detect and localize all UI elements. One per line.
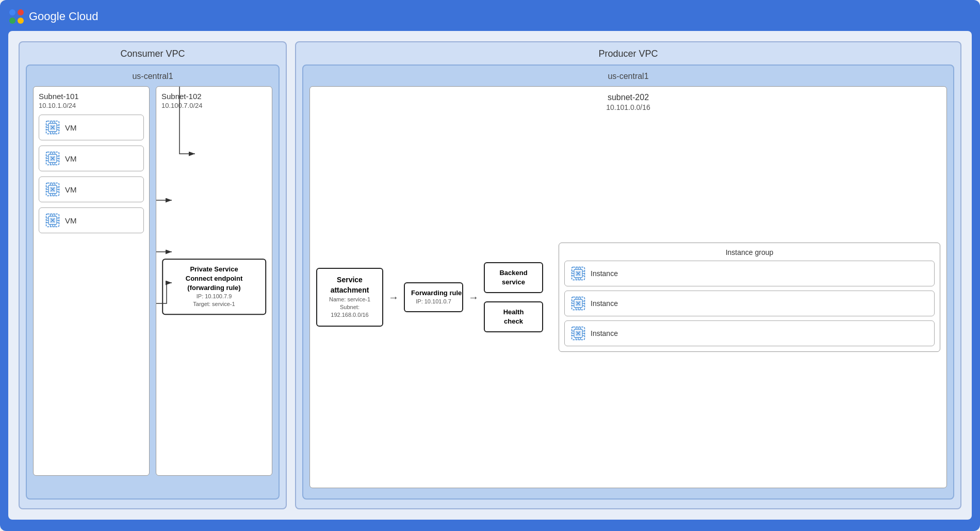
- vm-item-1: VM: [39, 115, 144, 140]
- psc-ip: IP: 10.100.7.9: [169, 293, 259, 300]
- consumer-vpc-label: Consumer VPC: [26, 49, 280, 59]
- outer-frame: Google Cloud Consumer VPC us-central1 Su…: [0, 0, 980, 531]
- arrow-sa-fr: →: [388, 292, 399, 303]
- psc-endpoint-wrapper: Private ServiceConnect endpoint(forwardi…: [162, 259, 266, 315]
- hc-title: Healthcheck: [491, 308, 536, 326]
- producer-region-label: us-central1: [309, 72, 947, 81]
- producer-subnet-box: subnet-202 10.101.0.0/16 Serviceattachme…: [309, 86, 947, 488]
- svg-point-2: [9, 18, 15, 24]
- bs-hc-col: Backendservice Healthcheck: [484, 262, 543, 333]
- svg-point-3: [18, 18, 24, 24]
- psc-endpoint-box: Private ServiceConnect endpoint(forwardi…: [162, 259, 266, 315]
- producer-region-box: us-central1 subnet-202 10.101.0.0/16 Ser…: [302, 65, 954, 500]
- fr-title: Forwarding rule: [411, 288, 456, 298]
- instance-label-2: Instance: [591, 299, 618, 308]
- consumer-region-label: us-central1: [33, 72, 272, 81]
- consumer-vpc-container: Consumer VPC us-central1 Subnet-101 10.1…: [19, 41, 287, 509]
- logo-text: Google Cloud: [29, 10, 99, 23]
- subnet-102-cidr: 10.100.7.0/24: [161, 102, 267, 109]
- producer-vpc-container: Producer VPC us-central1 subnet-202 10.1…: [295, 41, 961, 509]
- instance-group-container: Instance group: [559, 243, 940, 352]
- forwarding-rule-box: Forwarding rule IP: 10.101.0.7: [404, 282, 463, 312]
- instance-item-3: Instance: [564, 320, 935, 346]
- sa-name: Name: service-1: [323, 296, 376, 303]
- bs-title: Backendservice: [491, 268, 536, 287]
- instance-chip-icon-1: [570, 265, 586, 282]
- psc-target: Target: service-1: [169, 301, 259, 309]
- svg-point-0: [9, 9, 15, 15]
- google-cloud-logo: Google Cloud: [8, 8, 99, 25]
- consumer-diagram: Subnet-101 10.10.1.0/24: [33, 86, 272, 476]
- vm-item-4: VM: [39, 207, 144, 233]
- vm-item-2: VM: [39, 146, 144, 171]
- producer-subnet-name: subnet-202: [316, 93, 940, 102]
- vm-label-3: VM: [65, 185, 77, 194]
- instance-items-list: Instance: [564, 261, 935, 346]
- instance-item-1: Instance: [564, 261, 935, 286]
- backend-service-box: Backendservice: [484, 262, 543, 293]
- subnet-101-box: Subnet-101 10.10.1.0/24: [33, 86, 150, 476]
- fr-ip: IP: 10.101.0.7: [411, 298, 456, 305]
- subnet-101-cidr: 10.10.1.0/24: [39, 102, 144, 109]
- service-attachment-box: Serviceattachment Name: service-1 Subnet…: [316, 268, 383, 326]
- vm-chip-icon-2: [44, 150, 61, 167]
- vm-chip-icon-1: [44, 119, 61, 136]
- instance-item-2: Instance: [564, 291, 935, 316]
- vm-label-2: VM: [65, 154, 77, 163]
- subnet-101-name: Subnet-101: [39, 92, 144, 101]
- service-attachment-title: Serviceattachment: [323, 275, 376, 295]
- health-check-box: Healthcheck: [484, 301, 543, 332]
- subnet-102-name: Subnet-102: [161, 92, 267, 101]
- arrow-fr-bs: →: [468, 292, 479, 303]
- vm-label-1: VM: [65, 123, 77, 132]
- instance-group-box: Instance group: [559, 243, 940, 352]
- psc-title: Private ServiceConnect endpoint(forwardi…: [169, 265, 259, 293]
- producer-vpc-label: Producer VPC: [302, 49, 954, 59]
- sa-subnet: Subnet:192.168.0.0/16: [323, 303, 376, 319]
- vm-item-3: VM: [39, 176, 144, 202]
- consumer-region-box: us-central1 Subnet-101 10.10.1.0/24: [26, 65, 280, 500]
- instance-label-1: Instance: [591, 269, 618, 278]
- svg-point-1: [18, 9, 24, 15]
- producer-flow-diagram: Serviceattachment Name: service-1 Subnet…: [316, 120, 940, 475]
- instance-label-3: Instance: [591, 329, 618, 337]
- instance-chip-icon-3: [570, 325, 586, 342]
- vm-list: VM: [39, 115, 144, 233]
- vm-label-4: VM: [65, 216, 77, 225]
- instance-chip-icon-2: [570, 295, 586, 312]
- producer-subnet-cidr: 10.101.0.0/16: [316, 103, 940, 111]
- subnet-102-box: Subnet-102 10.100.7.0/24 Private Service…: [156, 86, 272, 476]
- main-content: Consumer VPC us-central1 Subnet-101 10.1…: [8, 31, 972, 520]
- instance-group-label: Instance group: [564, 248, 935, 256]
- header: Google Cloud: [8, 8, 972, 25]
- vm-chip-icon-3: [44, 181, 61, 198]
- vm-chip-icon-4: [44, 212, 61, 229]
- google-logo-icon: [8, 8, 25, 25]
